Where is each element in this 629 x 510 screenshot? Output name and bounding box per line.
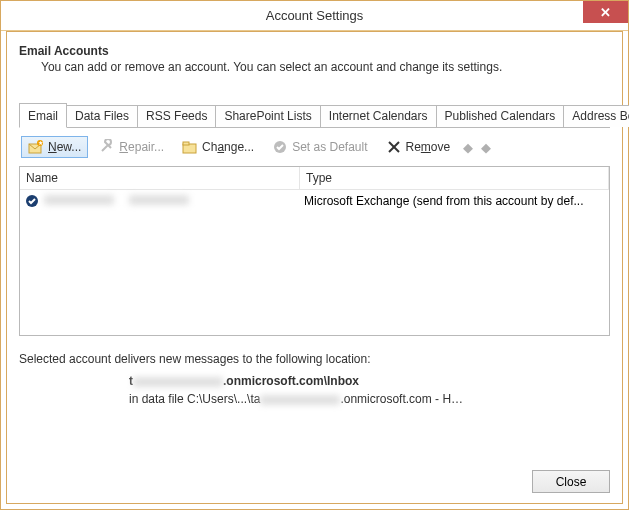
account-settings-window: Account Settings ✕ Email Accounts You ca… (0, 0, 629, 510)
envelope-new-icon: ★ (28, 139, 44, 155)
tab-sharepoint-lists[interactable]: SharePoint Lists (215, 105, 320, 127)
button-label: New... (48, 140, 81, 154)
delivery-intro: Selected account delivers new messages t… (19, 352, 610, 366)
svg-text:★: ★ (38, 140, 43, 146)
table-row[interactable]: Microsoft Exchange (send from this accou… (20, 190, 609, 212)
tab-label: SharePoint Lists (224, 109, 311, 123)
section-heading: Email Accounts (19, 44, 610, 58)
list-header: Name Type (20, 167, 609, 190)
titlebar: Account Settings ✕ (1, 1, 628, 31)
repair-button: Repair... (92, 136, 171, 158)
wrench-icon (99, 139, 115, 155)
col-header-name[interactable]: Name (20, 167, 300, 189)
cell-type: Microsoft Exchange (send from this accou… (304, 194, 605, 208)
default-account-check-icon (24, 193, 40, 209)
button-label: Remove (406, 140, 451, 154)
new-button[interactable]: ★ New... (21, 136, 88, 158)
tab-label: Data Files (75, 109, 129, 123)
tab-rss-feeds[interactable]: RSS Feeds (137, 105, 216, 127)
dialog-body: Email Accounts You can add or remove an … (6, 31, 623, 504)
tab-label: Email (28, 109, 58, 123)
cell-name (24, 193, 304, 209)
close-icon: ✕ (600, 5, 611, 20)
section-subheading: You can add or remove an account. You ca… (41, 60, 610, 74)
delivery-datafile: in data file C:\Users\...\ta.onmicrosoft… (129, 392, 610, 406)
accounts-list: Name Type Microsoft Exchange (send from … (19, 166, 610, 336)
move-up-icon: ◆ (461, 140, 475, 155)
button-label: Change... (202, 140, 254, 154)
svg-rect-4 (183, 142, 189, 145)
col-header-type[interactable]: Type (300, 167, 609, 189)
tab-published-calendars[interactable]: Published Calendars (436, 105, 565, 127)
tab-email[interactable]: Email (19, 103, 67, 128)
tab-data-files[interactable]: Data Files (66, 105, 138, 127)
tab-internet-calendars[interactable]: Internet Calendars (320, 105, 437, 127)
account-name (44, 194, 189, 208)
check-circle-icon (272, 139, 288, 155)
folder-change-icon (182, 139, 198, 155)
remove-button[interactable]: Remove (379, 136, 458, 158)
window-close-button[interactable]: ✕ (583, 1, 628, 23)
change-button[interactable]: Change... (175, 136, 261, 158)
close-button[interactable]: Close (532, 470, 610, 493)
tab-label: Published Calendars (445, 109, 556, 123)
move-down-icon: ◆ (479, 140, 493, 155)
tab-address-books[interactable]: Address Books (563, 105, 629, 127)
tab-label: Address Books (572, 109, 629, 123)
remove-x-icon (386, 139, 402, 155)
set-default-button: Set as Default (265, 136, 374, 158)
tab-label: RSS Feeds (146, 109, 207, 123)
delivery-location: t.onmicrosoft.com\Inbox (129, 374, 610, 388)
window-title: Account Settings (1, 8, 628, 23)
button-label: Set as Default (292, 140, 367, 154)
tab-label: Internet Calendars (329, 109, 428, 123)
button-label: Close (556, 475, 587, 489)
button-label: Repair... (119, 140, 164, 154)
dialog-buttons: Close (532, 470, 610, 493)
toolbar: ★ New... Repair... Change... (19, 128, 610, 166)
tab-strip: Email Data Files RSS Feeds SharePoint Li… (19, 102, 610, 128)
delivery-info: Selected account delivers new messages t… (19, 352, 610, 406)
